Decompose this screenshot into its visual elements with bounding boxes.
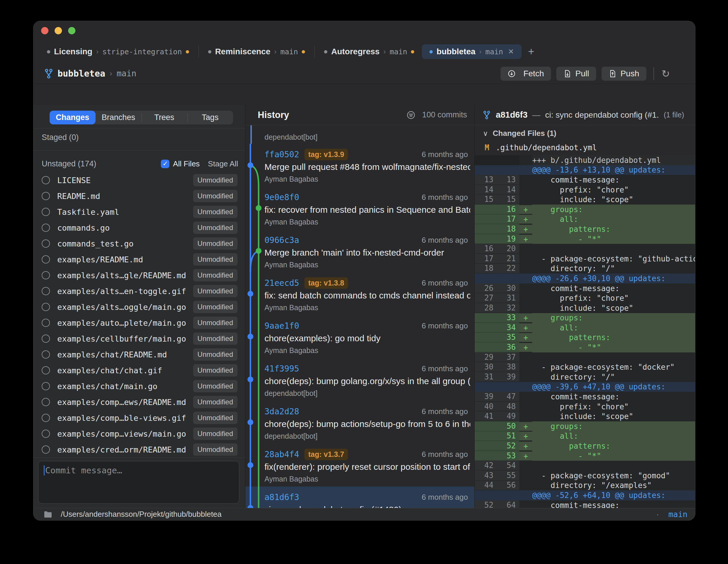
history-title: History [258,110,289,120]
new-tab-button[interactable]: + [528,46,534,58]
new-line-number: 37 [497,352,519,362]
commit-row-ffa0502[interactable]: ffa0502tag: v1.3.96 months agoMerge pull… [245,144,474,187]
sidebar-tab-tags[interactable]: Tags [187,111,233,124]
commit-row-9aae1f0[interactable]: 9aae1f06 months agochore(examples): go m… [245,315,474,358]
repo-breadcrumb[interactable]: bubbletea › main [44,68,137,79]
diff-view[interactable]: +++ b/.github/dependabot.yml@@@@ -13,6 +… [475,155,695,508]
sidebar-tab-trees[interactable]: Trees [141,111,187,124]
file-name: examples/alts…en-toggle.gif [57,287,186,296]
commit-row-28ab4f4[interactable]: 28ab4f4tag: v1.3.76 months agofix(render… [245,444,474,486]
changed-files-header[interactable]: ∨ Changed Files (1) [475,125,695,142]
tab-reminiscence[interactable]: Reminiscence›main [200,44,313,59]
commit-graph [245,401,263,445]
file-row[interactable]: examples/alts…gle/README.mdUnmodified [33,267,245,283]
file-row[interactable]: examples/alts…oggle/main.goUnmodified [33,299,245,315]
sidebar-tab-changes[interactable]: Changes [50,111,95,124]
file-row[interactable]: Taskfile.yamlUnmodified [33,204,245,220]
minimize-window-button[interactable] [55,27,62,34]
stage-checkbox[interactable] [42,303,50,311]
file-row[interactable]: examples/auto…plete/main.goUnmodified [33,315,245,331]
stage-checkbox[interactable] [42,255,50,264]
stage-checkbox[interactable] [42,287,50,295]
diff-code: include: "scope" [532,195,695,205]
file-row[interactable]: examples/comp…views/main.goUnmodified [33,426,245,442]
commit-time: 6 months ago [422,407,468,416]
commit-row-9e0e8f0[interactable]: 9e0e8f06 months agofix: recover from nes… [245,187,474,230]
file-row[interactable]: examples/chat/README.mdUnmodified [33,346,245,362]
file-row[interactable]: examples/cellbuffer/main.goUnmodified [33,331,245,346]
stage-checkbox[interactable] [42,334,50,343]
commit-hash: 9aae1f0 [264,321,299,331]
commit-graph [245,272,263,316]
stage-all-button[interactable]: Stage All [208,159,238,169]
close-tab-icon[interactable]: ✕ [508,48,514,56]
stage-checkbox[interactable] [42,319,50,327]
stage-checkbox[interactable] [42,176,50,184]
push-button[interactable]: Push [601,67,646,81]
stage-checkbox[interactable] [42,271,50,280]
stage-checkbox[interactable] [42,350,50,358]
status-branch[interactable]: main [668,510,687,519]
tab-bubbletea[interactable]: bubbletea›main✕ [422,44,522,59]
commit-author: dependabot[bot] [264,389,318,398]
file-row[interactable]: examples/chat/chat.gifUnmodified [33,362,245,378]
stage-checkbox[interactable] [42,208,50,216]
commit-row-partial[interactable]: dependabot[bot] [245,125,474,144]
file-row[interactable]: commands.goUnmodified [33,220,245,236]
file-name: examples/comp…ews/README.md [57,398,186,407]
commit-row-3da2d28[interactable]: 3da2d286 months agochore(deps): bump act… [245,401,474,444]
sidebar-tab-branches[interactable]: Branches [95,111,141,124]
app-window: Licensing›stripe-integrationReminiscence… [33,21,695,521]
file-name: examples/comp…views/main.go [57,429,186,438]
file-row[interactable]: LICENSEUnmodified [33,172,245,188]
fetch-button[interactable]: Fetch [501,67,551,81]
changed-file-row[interactable]: M.github/dependabot.yml [475,142,695,154]
commit-message-input[interactable]: Commit message… [38,461,239,504]
file-row[interactable]: examples/cred…orm/README.mdUnmodified [33,442,245,457]
old-line-number: 14 [475,185,497,195]
commit-graph [245,230,263,274]
commit-row-41f3995[interactable]: 41f39956 months agochore(deps): bump gol… [245,358,474,401]
commit-author: dependabot[bot] [264,432,318,440]
detail-commit-message: ci: sync dependabot config (#1... [545,110,660,120]
stage-checkbox[interactable] [42,398,50,406]
stage-checkbox[interactable] [42,430,50,438]
stage-checkbox[interactable] [42,224,50,232]
branch-icon [483,111,491,120]
file-row[interactable]: examples/alts…en-toggle.gifUnmodified [33,283,245,299]
file-row[interactable]: examples/chat/main.goUnmodified [33,378,245,394]
stage-checkbox[interactable] [42,192,50,200]
stage-checkbox[interactable] [42,414,50,422]
file-row[interactable]: examples/comp…ews/README.mdUnmodified [33,394,245,410]
file-row[interactable]: commands_test.goUnmodified [33,236,245,252]
file-row[interactable]: examples/README.mdUnmodified [33,252,245,267]
file-status-badge: Unmodified [193,412,237,424]
refresh-icon[interactable]: ↻ [662,68,670,80]
diff-line-hunk: @@@@ -26,6 +30,10 @@ updates: [475,274,695,283]
old-line-number: 15 [475,195,497,205]
new-line-number: 51 [497,431,519,441]
stage-checkbox[interactable] [42,445,50,454]
diff-code: prefix: "chore" [532,293,695,303]
file-name: commands_test.go [57,239,134,248]
file-row[interactable]: examples/comp…ble-views.gifUnmodified [33,410,245,426]
tab-autoregress[interactable]: Autoregress›main [316,44,422,59]
pull-button[interactable]: Pull [556,67,596,81]
stage-checkbox[interactable] [42,382,50,390]
close-window-button[interactable] [41,27,48,34]
stage-checkbox[interactable] [42,366,50,374]
all-files-label: All Files [173,159,200,169]
maximize-window-button[interactable] [68,27,75,34]
folder-icon [44,511,53,518]
new-line-number: 32 [497,303,519,313]
tab-licensing[interactable]: Licensing›stripe-integration [39,44,197,59]
commit-row-0966c3a[interactable]: 0966c3a6 months agoMerge branch 'main' i… [245,230,474,272]
file-name: examples/alts…gle/README.md [57,271,186,280]
commit-row-21eecd5[interactable]: 21eecd5tag: v1.3.86 months agofix: send … [245,272,474,315]
file-row[interactable]: README.mdUnmodified [33,188,245,204]
all-files-checkbox[interactable]: ✓ [161,160,169,168]
new-line-number [497,382,519,392]
new-line-number: 49 [497,411,519,421]
stage-checkbox[interactable] [42,240,50,248]
filter-icon[interactable] [406,110,416,120]
